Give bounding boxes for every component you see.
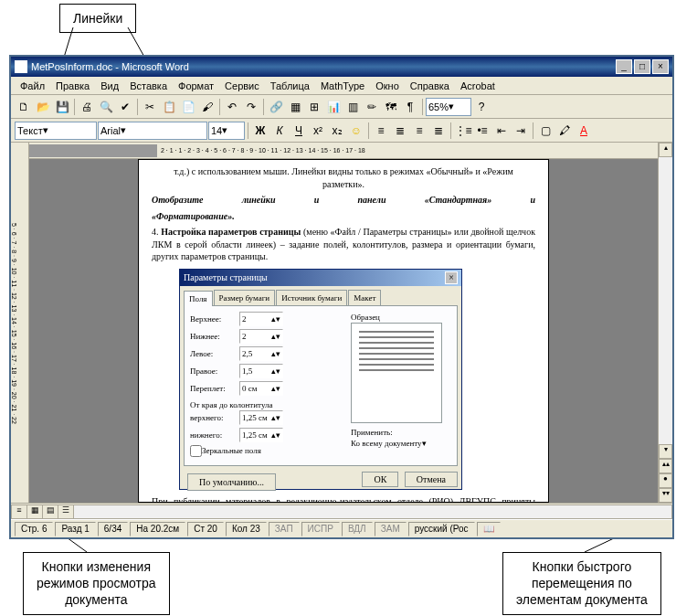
scroll-down-button[interactable]: ▾ <box>659 444 672 459</box>
font-combo[interactable]: Arial ▾ <box>98 122 207 140</box>
new-doc-icon[interactable]: 🗋 <box>15 98 33 116</box>
callout-rulers: Линейки <box>59 4 136 33</box>
bottom-margin-input[interactable]: 2▴▾ <box>239 329 283 344</box>
indent-icon[interactable]: ⇥ <box>512 122 530 140</box>
bottom-bar: ≡ ▦ ▤ ☰ <box>11 503 672 519</box>
print-icon[interactable]: 🖨 <box>78 98 96 116</box>
status-page: Стр. 6 <box>15 522 53 536</box>
align-center-icon[interactable]: ≣ <box>391 122 409 140</box>
align-left-icon[interactable]: ≡ <box>372 122 390 140</box>
tables-icon[interactable]: ▦ <box>286 98 304 116</box>
preview-box <box>351 323 442 423</box>
status-book-icon[interactable]: 📖 <box>477 522 501 536</box>
insert-table-icon[interactable]: ⊞ <box>305 98 323 116</box>
spelling-icon[interactable]: ✔ <box>116 98 134 116</box>
dialog-close-button[interactable]: × <box>445 271 458 284</box>
hyperlink-icon[interactable]: 🔗 <box>267 98 285 116</box>
justify-icon[interactable]: ≣ <box>429 122 448 140</box>
superscript-icon[interactable]: x² <box>309 122 327 140</box>
doc-text: Отобразителинейкиипанели«Стандартная»и <box>152 194 535 207</box>
tab-paper-source[interactable]: Источник бумаги <box>276 290 347 305</box>
print-view-button[interactable]: ▤ <box>42 504 58 519</box>
menu-edit[interactable]: Правка <box>50 79 95 93</box>
menu-view[interactable]: Вид <box>95 79 124 93</box>
tab-layout[interactable]: Макет <box>348 290 381 305</box>
align-right-icon[interactable]: ≡ <box>410 122 428 140</box>
menu-help[interactable]: Справка <box>405 79 455 93</box>
cut-icon[interactable]: ✂ <box>141 98 159 116</box>
scroll-up-button[interactable]: ▴ <box>659 143 672 157</box>
size-combo[interactable]: 14 ▾ <box>208 122 245 140</box>
minimize-button[interactable]: _ <box>616 59 632 74</box>
word-icon <box>15 60 27 73</box>
open-icon[interactable]: 📂 <box>34 98 52 116</box>
style-combo[interactable]: Текст ▾ <box>15 122 97 140</box>
horizontal-ruler[interactable]: 2 · 1 · 1 · 2 · 3 · 4 · 5 · 6 · 7 · 8 · … <box>29 143 658 159</box>
vertical-ruler[interactable]: 5 · 6 · 7 · 8 · 9 · 10 · 11 · 12 · 13 · … <box>11 143 29 503</box>
top-margin-input[interactable]: 2▴▾ <box>239 312 283 326</box>
browse-object-button[interactable]: ● <box>659 473 672 488</box>
columns-icon[interactable]: ▥ <box>343 98 362 116</box>
mirror-margins-checkbox[interactable] <box>190 445 202 457</box>
zoom-combo[interactable]: 65% ▾ <box>426 98 471 116</box>
menu-window[interactable]: Окно <box>370 79 405 93</box>
status-rec: ЗАП <box>269 522 300 536</box>
outdent-icon[interactable]: ⇤ <box>492 122 511 140</box>
subscript-icon[interactable]: x₂ <box>328 122 346 140</box>
doc-text: При публикации материалов в редакционно-… <box>152 495 535 503</box>
normal-view-button[interactable]: ≡ <box>11 504 27 519</box>
format-painter-icon[interactable]: 🖌 <box>198 98 217 116</box>
save-icon[interactable]: 💾 <box>53 98 71 116</box>
smiley-icon[interactable]: ☺ <box>347 122 365 140</box>
footer-edge-input[interactable]: 1,25 см▴▾ <box>239 428 283 442</box>
menu-format[interactable]: Формат <box>173 79 219 93</box>
preview-icon[interactable]: 🔍 <box>97 98 115 116</box>
font-color-icon[interactable]: A <box>575 122 593 140</box>
italic-button[interactable]: К <box>270 122 289 140</box>
menu-table[interactable]: Таблица <box>265 79 315 93</box>
prev-page-button[interactable]: ▴▴ <box>659 459 672 473</box>
titlebar: MetPosInform.doc - Microsoft Word _ □ × <box>11 57 672 77</box>
status-section: Разд 1 <box>55 522 95 536</box>
statusbar: Стр. 6 Разд 1 6/34 На 20.2см Ст 20 Кол 2… <box>11 519 672 537</box>
menu-mathtype[interactable]: MathType <box>315 79 370 93</box>
menu-tools[interactable]: Сервис <box>219 79 265 93</box>
highlight-icon[interactable]: 🖍 <box>555 122 574 140</box>
menu-file[interactable]: Файл <box>15 79 50 93</box>
tab-paper-size[interactable]: Размер бумаги <box>214 290 276 305</box>
outline-view-button[interactable]: ☰ <box>58 504 74 519</box>
right-margin-input[interactable]: 1,5▴▾ <box>239 364 283 378</box>
copy-icon[interactable]: 📋 <box>160 98 178 116</box>
menu-acrobat[interactable]: Acrobat <box>455 79 501 93</box>
borders-icon[interactable]: ▢ <box>536 122 555 140</box>
menu-insert[interactable]: Вставка <box>124 79 173 93</box>
default-button[interactable]: По умолчанию... <box>187 473 276 492</box>
show-marks-icon[interactable]: ¶ <box>401 98 419 116</box>
maximize-button[interactable]: □ <box>634 59 650 74</box>
cancel-button[interactable]: Отмена <box>405 472 458 487</box>
ok-button[interactable]: ОК <box>362 472 398 487</box>
excel-icon[interactable]: 📊 <box>324 98 343 116</box>
bold-button[interactable]: Ж <box>251 122 269 140</box>
drawing-icon[interactable]: ✏ <box>363 98 381 116</box>
underline-button[interactable]: Ч <box>290 122 308 140</box>
redo-icon[interactable]: ↷ <box>242 98 260 116</box>
paste-icon[interactable]: 📄 <box>179 98 197 116</box>
apply-to-combo[interactable]: Ко всему документу▾ <box>351 438 442 449</box>
header-edge-input[interactable]: 1,25 см▴▾ <box>239 410 283 425</box>
undo-icon[interactable]: ↶ <box>223 98 241 116</box>
next-page-button[interactable]: ▾▾ <box>659 488 672 503</box>
vertical-scrollbar[interactable]: ▴ ▾ ▴▴ ● ▾▾ <box>658 143 672 503</box>
left-margin-input[interactable]: 2,5▴▾ <box>239 346 283 361</box>
numbering-icon[interactable]: ⋮≡ <box>454 122 472 140</box>
document-area[interactable]: т.д.) с использованием мыши. Линейки вид… <box>29 159 658 503</box>
bullets-icon[interactable]: •≡ <box>473 122 491 140</box>
web-view-button[interactable]: ▦ <box>26 504 43 519</box>
horizontal-scrollbar[interactable] <box>73 504 672 519</box>
status-lang: русский (Рос <box>408 522 475 536</box>
help-icon[interactable]: ? <box>472 98 491 116</box>
gutter-input[interactable]: 0 см▴▾ <box>239 381 283 396</box>
map-icon[interactable]: 🗺 <box>382 98 400 116</box>
tab-margins[interactable]: Поля <box>184 291 213 306</box>
close-button[interactable]: × <box>652 59 669 74</box>
